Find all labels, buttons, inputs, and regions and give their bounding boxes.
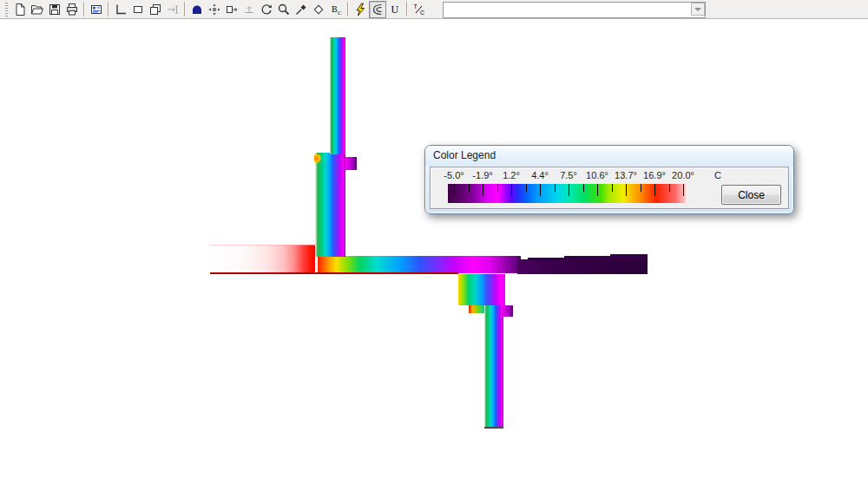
legend-tick-label: 1.2° bbox=[503, 170, 520, 180]
eraser-icon bbox=[312, 3, 326, 16]
combobox-dropdown-button[interactable] bbox=[691, 3, 705, 16]
copy-icon bbox=[148, 3, 162, 16]
combobox-value bbox=[444, 3, 691, 17]
dialog-title: Color Legend bbox=[425, 146, 793, 166]
thermal-balcony-slab-cold bbox=[517, 259, 648, 274]
draw-polygon-button[interactable] bbox=[112, 1, 129, 18]
legend-tick-mark bbox=[454, 184, 455, 196]
eyedropper-button[interactable] bbox=[293, 1, 310, 18]
show-isotherms-button[interactable] bbox=[369, 1, 386, 18]
legend-tick-mark bbox=[597, 184, 598, 196]
thermal-slab-junction bbox=[318, 256, 521, 273]
thermal-slab-bottom-edge bbox=[210, 272, 458, 274]
legend-tick-label: 13.7° bbox=[615, 170, 637, 180]
thermal-wall-upper-narrow bbox=[330, 37, 345, 154]
chevron-down-icon bbox=[694, 8, 701, 11]
move-point-button[interactable] bbox=[206, 1, 223, 18]
new-button[interactable] bbox=[11, 1, 29, 18]
legend-tick-mark bbox=[641, 184, 641, 192]
color-legend-dialog: Color Legend -5.0°-1.9°1.2°4.4°7.5°10.6°… bbox=[424, 145, 794, 214]
legend-tick-mark bbox=[612, 184, 613, 192]
eraser-button[interactable] bbox=[310, 1, 327, 18]
svg-text:U: U bbox=[391, 3, 399, 16]
boundary-conditions-button[interactable]: BC bbox=[327, 1, 345, 18]
svg-text:C: C bbox=[338, 10, 342, 16]
temperature-legend-button[interactable]: TC bbox=[411, 1, 428, 18]
temperature-legend-icon: TC bbox=[412, 3, 426, 16]
legend-tick-mark bbox=[626, 184, 627, 196]
toolbar-grip[interactable] bbox=[5, 3, 8, 16]
delete-point-button[interactable] bbox=[240, 1, 258, 18]
thermal-balcony-step bbox=[610, 254, 648, 257]
toolbar-separator bbox=[406, 2, 408, 16]
legend-tick-mark bbox=[526, 184, 527, 192]
app-window: BCUTC Color Legend -5.0°-1.9°1.2°4.4°7.5… bbox=[0, 0, 868, 478]
legend-tick-mark bbox=[540, 184, 541, 196]
insert-point-button[interactable] bbox=[223, 1, 240, 18]
rotate-icon bbox=[260, 3, 273, 16]
calculate-button[interactable] bbox=[352, 1, 369, 18]
legend-tick-label: 4.4° bbox=[531, 170, 549, 180]
eyedropper-icon bbox=[294, 3, 308, 16]
thermal-wall-lower bbox=[484, 305, 503, 429]
open-icon bbox=[30, 3, 44, 16]
zoom-icon bbox=[277, 3, 291, 16]
measurement-combobox[interactable] bbox=[443, 2, 706, 18]
fill-void-button[interactable] bbox=[188, 1, 206, 18]
save-button[interactable] bbox=[46, 1, 63, 18]
legend-tick-label: 20.0° bbox=[672, 170, 694, 180]
thermal-wall-upper-wide bbox=[315, 153, 345, 257]
open-button[interactable] bbox=[29, 1, 46, 18]
legend-tick-mark bbox=[469, 184, 470, 192]
legend-tick-label: 16.9° bbox=[643, 170, 666, 180]
close-button[interactable]: Close bbox=[721, 185, 781, 205]
calculate-icon bbox=[353, 3, 367, 16]
legend-tick-mark bbox=[654, 184, 655, 196]
zoom-button[interactable] bbox=[275, 1, 293, 18]
legend-tick-mark bbox=[497, 184, 498, 192]
properties-icon bbox=[89, 3, 103, 16]
draw-polygon-icon bbox=[114, 3, 128, 16]
properties-button[interactable] bbox=[88, 1, 105, 18]
tape-measure-button[interactable] bbox=[164, 1, 181, 18]
draw-rectangle-button[interactable] bbox=[129, 1, 147, 18]
legend-tick-label: -5.0° bbox=[444, 170, 464, 180]
thermal-wall-notch bbox=[345, 157, 357, 170]
show-ufactor-button[interactable]: U bbox=[386, 1, 404, 18]
new-icon bbox=[13, 3, 27, 16]
dialog-titlebar[interactable]: Color Legend bbox=[425, 146, 793, 166]
move-point-icon bbox=[207, 3, 221, 16]
rotate-button[interactable] bbox=[258, 1, 275, 18]
toolbar-separator bbox=[184, 2, 186, 16]
save-icon bbox=[48, 3, 62, 16]
legend-tick-mark bbox=[511, 184, 512, 196]
thermal-hot-spot bbox=[314, 154, 321, 164]
legend-panel: -5.0°-1.9°1.2°4.4°7.5°10.6°13.7°16.9°20.… bbox=[430, 167, 789, 209]
legend-tick-mark bbox=[555, 184, 556, 192]
insert-point-icon bbox=[225, 3, 239, 16]
draw-rectangle-icon bbox=[131, 3, 145, 16]
copy-button[interactable] bbox=[147, 1, 164, 18]
svg-text:C: C bbox=[420, 10, 424, 16]
svg-text:T: T bbox=[414, 3, 418, 10]
legend-tick-mark bbox=[683, 184, 684, 196]
legend-ticks bbox=[448, 184, 687, 203]
thermal-slab-interior bbox=[210, 245, 315, 274]
legend-unit-label: C bbox=[714, 170, 721, 180]
delete-point-icon bbox=[242, 3, 256, 16]
toolbar: BCUTC bbox=[0, 0, 868, 19]
legend-tick-label: 7.5° bbox=[560, 170, 577, 180]
legend-tick-label: -1.9° bbox=[472, 170, 492, 180]
thermal-junction-block bbox=[458, 274, 505, 305]
fill-void-icon bbox=[190, 3, 204, 16]
boundary-conditions-icon: BC bbox=[329, 3, 343, 16]
show-ufactor-icon: U bbox=[388, 3, 402, 16]
toolbar-separator bbox=[83, 2, 85, 16]
toolbar-separator bbox=[347, 2, 349, 16]
print-button[interactable] bbox=[63, 1, 81, 18]
print-icon bbox=[65, 3, 79, 16]
legend-tick-mark bbox=[669, 184, 670, 192]
legend-tick-mark bbox=[583, 184, 584, 192]
thermal-step-notch bbox=[469, 305, 484, 313]
svg-text:B: B bbox=[332, 4, 338, 14]
